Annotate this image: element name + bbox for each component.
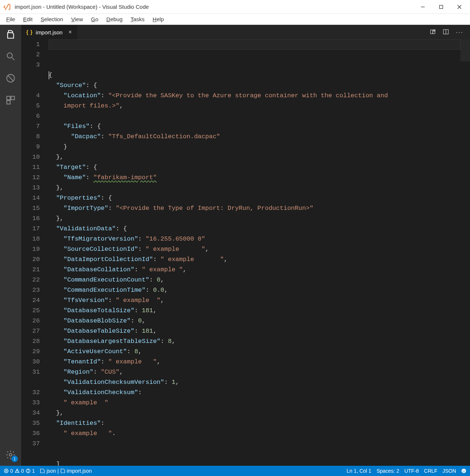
maximize-button[interactable] <box>432 0 450 14</box>
window-controls <box>414 0 469 14</box>
menu-selection[interactable]: Selection <box>37 15 67 23</box>
settings-badge: 1 <box>11 456 18 462</box>
status-problems[interactable]: 0 0 1 <box>4 468 35 474</box>
editor-actions: ··· <box>429 25 470 39</box>
main-area: 1 { } import.json × ··· 123 456789101112… <box>0 25 470 466</box>
vscode-logo-icon <box>3 3 11 11</box>
status-errors-count: 0 <box>10 468 13 474</box>
title-bar: import.json - Untitled (Workspace) - Vis… <box>0 0 470 14</box>
debug-icon[interactable] <box>5 72 16 84</box>
editor[interactable]: 123 456789101112131415161718192021222324… <box>21 39 470 466</box>
svg-line-5 <box>12 58 15 60</box>
code[interactable]: { "Source": { "Location": "<Provide the … <box>49 39 460 466</box>
more-actions-icon[interactable]: ··· <box>456 29 463 36</box>
window-title: import.json - Untitled (Workspace) - Vis… <box>15 4 414 10</box>
menu-view[interactable]: View <box>67 15 87 23</box>
menu-bar: File Edit Selection View Go Debug Tasks … <box>0 14 470 25</box>
explorer-icon[interactable] <box>5 29 16 40</box>
split-editor-icon[interactable] <box>443 29 449 36</box>
svg-line-7 <box>8 75 14 81</box>
status-info-count: 1 <box>32 468 35 474</box>
svg-point-26 <box>463 470 463 471</box>
svg-rect-8 <box>7 97 10 100</box>
status-bar: 0 0 1 json | import.json Ln 1, Col 1 Spa… <box>0 466 470 476</box>
menu-debug[interactable]: Debug <box>102 15 126 23</box>
minimap[interactable] <box>460 39 470 466</box>
menu-tasks[interactable]: Tasks <box>126 15 148 23</box>
json-file-icon: { } <box>26 29 33 35</box>
tab-import-json[interactable]: { } import.json × <box>21 25 77 39</box>
svg-point-24 <box>28 469 28 470</box>
menu-go[interactable]: Go <box>87 15 102 23</box>
status-warnings-count: 0 <box>21 468 24 474</box>
compare-changes-icon[interactable] <box>429 29 436 36</box>
tab-label: import.json <box>36 29 62 35</box>
status-language[interactable]: JSON <box>443 468 456 474</box>
svg-rect-1 <box>440 5 443 8</box>
svg-rect-9 <box>11 97 14 100</box>
svg-point-11 <box>10 454 12 456</box>
svg-point-27 <box>464 470 465 471</box>
svg-rect-10 <box>7 101 10 104</box>
status-breadcrumb[interactable]: json | import.json <box>40 468 92 474</box>
menu-edit[interactable]: Edit <box>19 15 37 23</box>
activity-bar: 1 <box>0 25 21 466</box>
svg-rect-12 <box>431 30 433 34</box>
svg-point-4 <box>7 53 12 58</box>
breadcrumb-file: import.json <box>67 468 92 474</box>
tab-bar: { } import.json × ··· <box>21 25 470 39</box>
status-ln-col[interactable]: Ln 1, Col 1 <box>346 468 371 474</box>
status-encoding[interactable]: UTF-8 <box>404 468 419 474</box>
menu-file[interactable]: File <box>2 15 19 23</box>
gutter: 123 456789101112131415161718192021222324… <box>21 39 49 466</box>
search-icon[interactable] <box>5 50 16 62</box>
status-eol[interactable]: CRLF <box>424 468 437 474</box>
extensions-icon[interactable] <box>5 94 16 106</box>
settings-icon[interactable]: 1 <box>5 449 16 461</box>
editor-group: { } import.json × ··· 123 45678910111213… <box>21 25 470 466</box>
active-line-highlight <box>49 39 460 50</box>
status-feedback-icon[interactable] <box>461 468 466 473</box>
status-indent[interactable]: Spaces: 2 <box>376 468 399 474</box>
breadcrumb-folder: json <box>46 468 56 474</box>
tab-close-icon[interactable]: × <box>68 29 72 35</box>
minimap-viewport[interactable] <box>460 39 470 61</box>
close-button[interactable] <box>450 0 469 14</box>
svg-point-25 <box>462 469 466 473</box>
minimize-button[interactable] <box>414 0 432 14</box>
menu-help[interactable]: Help <box>149 15 168 23</box>
